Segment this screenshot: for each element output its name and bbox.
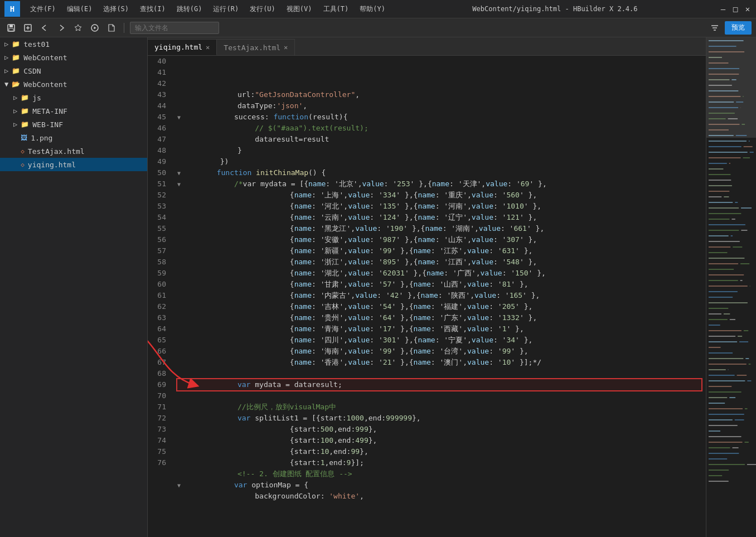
code-line-76[interactable]: backgroundColor: 'white', — [177, 491, 701, 502]
minimize-button[interactable]: — — [719, 5, 727, 13]
sidebar-label-1png: 1.png — [31, 134, 52, 142]
html-file-icon: ◇ — [21, 148, 25, 155]
window-title: WebContent/yiqing.html - HBuilder X 2.4.… — [391, 5, 719, 13]
code-line-71[interactable]: {start:100,end:499}, — [177, 435, 701, 446]
sidebar-item-csdn[interactable]: ▷ 📁 CSDN — [0, 64, 147, 78]
menu-goto[interactable]: 跳转(G) — [171, 2, 208, 16]
menu-view[interactable]: 视图(V) — [281, 2, 318, 16]
code-line-69[interactable]: var splitList1 = [{start:1000,end:999999… — [177, 413, 701, 424]
code-line-55[interactable]: {name: '浙江',value: '895' },{name: '江西',v… — [177, 257, 701, 268]
editor-area: yiqing.html ✕ TestAjax.html ✕ 4041424344… — [148, 37, 706, 537]
code-line-65[interactable] — [177, 368, 701, 379]
sidebar-item-test01[interactable]: ▷ 📁 test01 — [0, 37, 147, 51]
tab-label-testajax: TestAjax.html — [224, 43, 280, 52]
code-line-62[interactable]: {name: '四川',value: '301' },{name: '宁夏',v… — [177, 335, 701, 346]
search-input[interactable] — [130, 22, 219, 34]
code-line-44[interactable]: dataresult=result — [177, 134, 701, 145]
expand-icon: ▷ — [4, 40, 8, 48]
html-file-icon2: ◇ — [21, 161, 25, 168]
folder-icon: 📁 — [12, 54, 20, 61]
code-editor[interactable]: 4041424344454647484950515253545556575859… — [148, 56, 706, 537]
title-bar: H 文件(F) 编辑(E) 选择(S) 查找(I) 跳转(G) 运行(R) 发行… — [0, 0, 756, 18]
toolbar-run-btn[interactable] — [88, 21, 101, 35]
sidebar-label-yiqing: yiqing.html — [28, 161, 76, 169]
tab-bar: yiqing.html ✕ TestAjax.html ✕ — [148, 37, 706, 56]
menu-file[interactable]: 文件(F) — [25, 2, 61, 16]
code-line-58[interactable]: {name: '内蒙古',value: '42' },{name: '陕西',v… — [177, 290, 701, 301]
code-line-74[interactable]: <!-- 2. 创建图纸 配置信息 --> — [177, 468, 701, 480]
minimap-canvas — [706, 37, 756, 537]
code-line-41[interactable]: dataType:'json', — [177, 100, 701, 112]
code-line-73[interactable]: {start:1,end:9}]; — [177, 457, 701, 468]
code-line-46[interactable]: }) — [177, 156, 701, 167]
tab-close-testajax[interactable]: ✕ — [284, 43, 288, 51]
code-line-54[interactable]: {name: '新疆',value: '99' },{name: '江苏',va… — [177, 245, 701, 257]
expand-icon: ▷ — [13, 94, 17, 101]
code-line-66[interactable]: var mydata = dataresult; — [177, 379, 701, 390]
menu-find[interactable]: 查找(I) — [134, 2, 171, 16]
menu-publish[interactable]: 发行(U) — [244, 2, 281, 16]
code-line-50[interactable]: {name: '河北',value: '135' },{name: '河南',v… — [177, 201, 701, 212]
sidebar-item-webcontent1[interactable]: ▷ 📁 WebContent — [0, 51, 147, 64]
image-icon: 🖼 — [21, 134, 27, 142]
toolbar-save-btn[interactable] — [4, 21, 18, 35]
code-line-43[interactable]: // $("#aaa").text(result); — [177, 123, 701, 134]
toolbar: 预览 — [0, 18, 756, 37]
maximize-button[interactable]: □ — [731, 5, 739, 13]
code-line-57[interactable]: {name: '甘肃',value: '57' },{name: '山西',va… — [177, 279, 701, 290]
toolbar-forward-btn[interactable] — [55, 21, 68, 35]
preview-button[interactable]: 预览 — [725, 21, 752, 35]
spacer-icon: ▷ — [13, 134, 17, 142]
tab-close-yiqing[interactable]: ✕ — [206, 43, 210, 51]
menu-tools[interactable]: 工具(T) — [318, 2, 355, 16]
menu-select[interactable]: 选择(S) — [98, 2, 134, 16]
code-line-40[interactable]: url:"GetJsonDataController", — [177, 89, 701, 100]
code-line-53[interactable]: {name: '安徽',value: '987' },{name: '山东',v… — [177, 234, 701, 245]
toolbar-star-btn[interactable] — [71, 21, 85, 35]
code-line-61[interactable]: {name: '青海',value: '17' },{name: '西藏',va… — [177, 323, 701, 335]
expand-icon: ▷ — [4, 54, 8, 61]
menu-bar: 文件(F) 编辑(E) 选择(S) 查找(I) 跳转(G) 运行(R) 发行(U… — [25, 2, 391, 16]
menu-edit[interactable]: 编辑(E) — [61, 2, 98, 16]
sidebar: ▷ 📁 test01 ▷ 📁 WebContent ▷ 📁 CSDN ▼ 📂 W… — [0, 37, 148, 537]
sidebar-label-testajax: TestAjax.html — [28, 147, 85, 156]
code-line-49[interactable]: {name: '上海',value: '334' },{name: '重庆',v… — [177, 190, 701, 201]
filter-button[interactable] — [708, 21, 721, 35]
menu-run[interactable]: 运行(R) — [207, 2, 244, 16]
sidebar-item-testajax[interactable]: ▷ ◇ TestAjax.html — [0, 144, 147, 158]
sidebar-item-webcontent2[interactable]: ▼ 📂 WebContent — [0, 78, 147, 91]
tab-yiqing[interactable]: yiqing.html ✕ — [148, 39, 217, 55]
menu-help[interactable]: 帮助(Y) — [354, 2, 391, 16]
sidebar-item-js[interactable]: ▷ 📁 js — [0, 91, 147, 104]
toolbar-new-btn[interactable] — [21, 21, 35, 35]
code-line-70[interactable]: {start:500,end:999}, — [177, 424, 701, 435]
code-line-60[interactable]: {name: '贵州',value: '64' },{name: '广东',va… — [177, 312, 701, 323]
code-line-72[interactable]: {start:10,end:99}, — [177, 446, 701, 457]
code-line-64[interactable]: {name: '香港',value: '21' },{name: '澳门',va… — [177, 357, 701, 368]
code-line-52[interactable]: {name: '黑龙江',value: '190' },{name: '湖南',… — [177, 223, 701, 234]
code-line-75[interactable]: ▼ var optionMap = { — [177, 480, 701, 491]
code-line-51[interactable]: {name: '云南',value: '124' },{name: '辽宁',v… — [177, 212, 701, 223]
sidebar-item-1png[interactable]: ▷ 🖼 1.png — [0, 131, 147, 144]
toolbar-back-btn[interactable] — [38, 21, 51, 35]
sidebar-label-js: js — [32, 94, 41, 102]
sidebar-item-web-inf[interactable]: ▷ 📁 WEB-INF — [0, 118, 147, 131]
code-line-47[interactable]: ▼ function initChinaMap() { — [177, 167, 701, 178]
sidebar-item-meta-inf[interactable]: ▷ 📁 META-INF — [0, 104, 147, 118]
svg-rect-1 — [9, 25, 13, 27]
code-line-48[interactable]: ▼ /*var mydata = [{name: '北京',value: '25… — [177, 178, 701, 190]
code-line-59[interactable]: {name: '吉林',value: '54' },{name: '福建',va… — [177, 301, 701, 312]
code-content[interactable]: url:"GetJsonDataController", dataType:'j… — [173, 56, 706, 537]
code-line-68[interactable]: //比例尺，放到visualMap中 — [177, 401, 701, 413]
folder-icon: 📁 — [12, 40, 20, 48]
tab-testajax[interactable]: TestAjax.html ✕ — [217, 39, 295, 55]
toolbar-separator — [124, 23, 124, 33]
sidebar-item-yiqing[interactable]: ▷ ◇ yiqing.html — [0, 158, 147, 171]
code-line-67[interactable] — [177, 390, 701, 401]
toolbar-file-btn[interactable] — [105, 21, 118, 35]
code-line-42[interactable]: ▼ success: function(result){ — [177, 112, 701, 123]
close-button[interactable]: ✕ — [744, 5, 752, 13]
code-line-45[interactable]: } — [177, 145, 701, 156]
code-line-63[interactable]: {name: '海南',value: '99' },{name: '台湾',va… — [177, 346, 701, 357]
code-line-56[interactable]: {name: '湖北',value: '62031' },{name: '广西'… — [177, 268, 701, 279]
